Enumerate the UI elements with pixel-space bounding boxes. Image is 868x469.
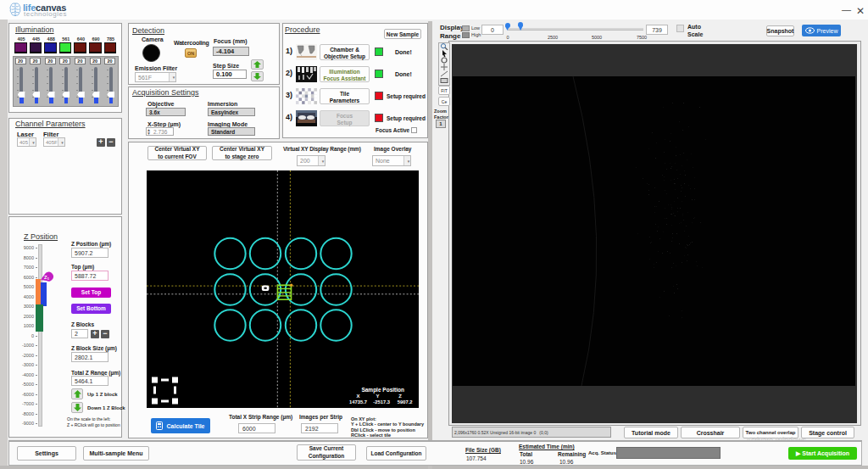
svg-text:14735.7: 14735.7 bbox=[349, 399, 367, 405]
svg-text:Z1: Z1 bbox=[44, 275, 50, 281]
svg-text:-2517.3: -2517.3 bbox=[373, 399, 390, 405]
svg-text:Z: Z bbox=[398, 394, 402, 399]
svg-text:Y: Y bbox=[376, 394, 379, 399]
svg-text:5907.2: 5907.2 bbox=[398, 399, 413, 405]
svg-text:X: X bbox=[356, 394, 359, 399]
